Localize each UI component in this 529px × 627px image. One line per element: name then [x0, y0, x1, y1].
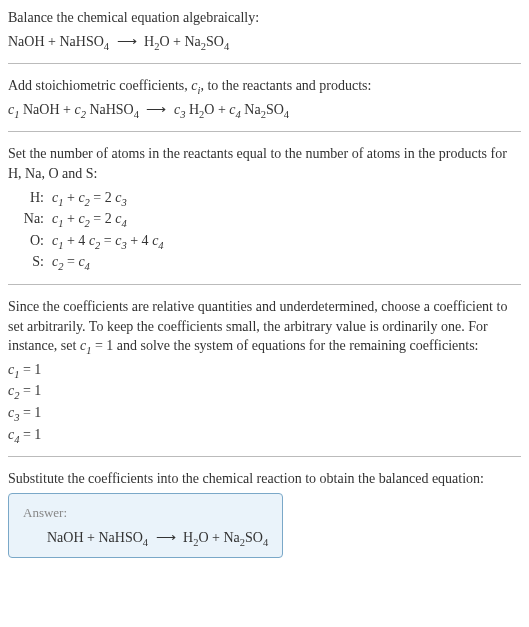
arrow-icon: ⟶: [156, 528, 176, 548]
plain-equation: NaOH + NaHSO4 ⟶ H2O + Na2SO4: [8, 32, 521, 52]
atom-label: O:: [16, 231, 44, 251]
atom-table: H: c1 + c2 = 2 c3 Na: c1 + c2 = 2 c4 O: …: [16, 188, 521, 272]
subst-section: Substitute the coefficients into the che…: [8, 469, 521, 558]
atom-row: S: c2 = c4: [16, 252, 521, 272]
divider: [8, 456, 521, 457]
coeff-equation: c1 NaOH + c2 NaHSO4 ⟶ c3 H2O + c4 Na2SO4: [8, 100, 521, 120]
atom-row: Na: c1 + c2 = 2 c4: [16, 209, 521, 229]
species-h2o: H2O: [144, 34, 170, 49]
atom-equation: c2 = c4: [52, 252, 90, 272]
atom-label: Na:: [16, 209, 44, 229]
choose-text: Since the coefficients are relative quan…: [8, 297, 521, 356]
atom-equation: c1 + c2 = 2 c3: [52, 188, 127, 208]
answer-equation: NaOH + NaHSO4 ⟶ H2O + Na2SO4: [47, 528, 268, 548]
coeff-value: c3 = 1: [8, 403, 521, 423]
coeff-value: c1 = 1: [8, 360, 521, 380]
arrow-icon: ⟶: [146, 100, 166, 120]
coeff-value: c2 = 1: [8, 381, 521, 401]
atoms-text: Set the number of atoms in the reactants…: [8, 144, 521, 183]
atom-equation: c1 + 4 c2 = c3 + 4 c4: [52, 231, 164, 251]
arrow-icon: ⟶: [117, 32, 137, 52]
intro-section: Balance the chemical equation algebraica…: [8, 8, 521, 51]
plus: +: [45, 34, 60, 49]
coeff-value: c4 = 1: [8, 425, 521, 445]
answer-label: Answer:: [23, 504, 268, 522]
plus: +: [170, 34, 185, 49]
atom-row: O: c1 + 4 c2 = c3 + 4 c4: [16, 231, 521, 251]
divider: [8, 63, 521, 64]
atom-equation: c1 + c2 = 2 c4: [52, 209, 127, 229]
atom-row: H: c1 + c2 = 2 c3: [16, 188, 521, 208]
species-na2so4: Na2SO4: [184, 34, 229, 49]
intro-text: Balance the chemical equation algebraica…: [8, 8, 521, 28]
divider: [8, 284, 521, 285]
coeff-list: c1 = 1 c2 = 1 c3 = 1 c4 = 1: [8, 360, 521, 444]
choose-section: Since the coefficients are relative quan…: [8, 297, 521, 444]
answer-box: Answer: NaOH + NaHSO4 ⟶ H2O + Na2SO4: [8, 493, 283, 559]
stoich-text: Add stoichiometric coefficients, ci, to …: [8, 76, 521, 96]
atom-label: H:: [16, 188, 44, 208]
divider: [8, 131, 521, 132]
atoms-section: Set the number of atoms in the reactants…: [8, 144, 521, 272]
subst-text: Substitute the coefficients into the che…: [8, 469, 521, 489]
atom-label: S:: [16, 252, 44, 272]
species-nahso4: NaHSO4: [59, 34, 109, 49]
stoich-section: Add stoichiometric coefficients, ci, to …: [8, 76, 521, 119]
species-naoh: NaOH: [8, 34, 45, 49]
